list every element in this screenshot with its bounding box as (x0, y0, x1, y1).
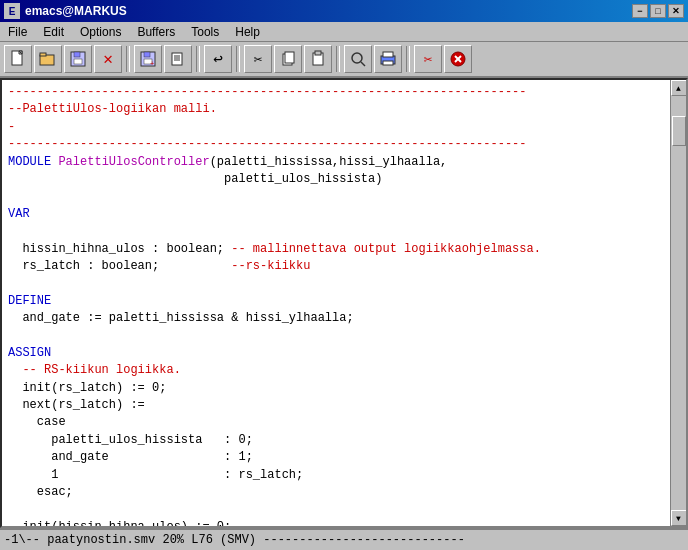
close-file-button[interactable]: ✕ (94, 45, 122, 73)
title-left: E emacs@MARKUS (4, 3, 127, 19)
code-line: 1 : rs_latch; (8, 467, 664, 484)
code-line: MODULE PalettiUlosController(paletti_his… (8, 154, 664, 171)
code-line: and_gate := paletti_hississa & hissi_ylh… (8, 310, 664, 327)
menu-bar: File Edit Options Buffers Tools Help (0, 22, 688, 42)
code-line: -- RS-kiikun logiikka. (8, 362, 664, 379)
vertical-scrollbar[interactable]: ▲ ▼ (670, 80, 686, 526)
search-button[interactable] (344, 45, 372, 73)
menu-help[interactable]: Help (227, 23, 268, 41)
stop-button[interactable] (444, 45, 472, 73)
save-button[interactable] (64, 45, 92, 73)
svg-text:+: + (150, 60, 154, 68)
svg-rect-11 (172, 53, 182, 65)
code-line: paletti_ulos_hissista : 0; (8, 432, 664, 449)
code-line: VAR (8, 206, 664, 223)
code-line (8, 501, 664, 518)
app-icon: E (4, 3, 20, 19)
code-line: init(hissin_hihna_ulos) := 0; (8, 519, 664, 526)
code-line (8, 275, 664, 292)
menu-file[interactable]: File (0, 23, 35, 41)
code-line (8, 188, 664, 205)
minimize-button[interactable]: − (632, 4, 648, 18)
toolbar-separator-5 (406, 46, 410, 72)
print-button[interactable] (374, 45, 402, 73)
code-line: ASSIGN (8, 345, 664, 362)
scroll-down-button[interactable]: ▼ (671, 510, 687, 526)
code-line (8, 327, 664, 344)
code-line: and_gate : 1; (8, 449, 664, 466)
print-preview-button[interactable] (164, 45, 192, 73)
code-line: init(rs_latch) := 0; (8, 380, 664, 397)
paste-button[interactable] (304, 45, 332, 73)
code-line: - (8, 119, 664, 136)
code-line: ----------------------------------------… (8, 84, 664, 101)
svg-rect-18 (315, 51, 321, 55)
code-line: case (8, 414, 664, 431)
code-line: hissin_hihna_ulos : boolean; -- mallinne… (8, 241, 664, 258)
toolbar-separator-3 (236, 46, 240, 72)
editor-container: ----------------------------------------… (0, 78, 688, 528)
window-controls: − □ ✕ (632, 4, 684, 18)
scroll-track[interactable] (671, 96, 687, 510)
toolbar-separator-2 (196, 46, 200, 72)
code-line: paletti_ulos_hissista) (8, 171, 664, 188)
menu-tools[interactable]: Tools (183, 23, 227, 41)
title-bar: E emacs@MARKUS − □ ✕ (0, 0, 688, 22)
svg-rect-3 (40, 53, 46, 56)
maximize-button[interactable]: □ (650, 4, 666, 18)
scroll-up-button[interactable]: ▲ (671, 80, 687, 96)
window-title: emacs@MARKUS (25, 4, 127, 18)
menu-edit[interactable]: Edit (35, 23, 72, 41)
open-file-button[interactable] (34, 45, 62, 73)
status-text: -1\-- paatynostin.smv 20% L76 (SMV) ----… (4, 533, 465, 547)
code-line: ----------------------------------------… (8, 136, 664, 153)
copy-button[interactable] (274, 45, 302, 73)
save-as-button[interactable]: + (134, 45, 162, 73)
status-bar: -1\-- paatynostin.smv 20% L76 (SMV) ----… (0, 528, 688, 550)
svg-rect-5 (74, 52, 80, 57)
new-file-button[interactable] (4, 45, 32, 73)
svg-line-20 (361, 62, 365, 66)
svg-rect-22 (383, 52, 393, 57)
cut2-button[interactable]: ✂ (414, 45, 442, 73)
svg-point-19 (352, 53, 362, 63)
cut-button[interactable]: ✂ (244, 45, 272, 73)
menu-buffers[interactable]: Buffers (129, 23, 183, 41)
code-line (8, 223, 664, 240)
undo-button[interactable]: ↩ (204, 45, 232, 73)
close-button[interactable]: ✕ (668, 4, 684, 18)
code-line: rs_latch : boolean; --rs-kiikku (8, 258, 664, 275)
code-line: DEFINE (8, 293, 664, 310)
code-line: esac; (8, 484, 664, 501)
scroll-thumb[interactable] (672, 116, 686, 146)
toolbar: ✕ + ↩ ✂ ✂ (0, 42, 688, 78)
menu-options[interactable]: Options (72, 23, 129, 41)
toolbar-separator-1 (126, 46, 130, 72)
code-line: --PalettiUlos-logiikan malli. (8, 101, 664, 118)
svg-rect-23 (383, 61, 393, 65)
svg-rect-16 (285, 52, 294, 63)
code-editor[interactable]: ----------------------------------------… (2, 80, 670, 526)
toolbar-separator-4 (336, 46, 340, 72)
svg-rect-8 (144, 52, 150, 57)
code-line: next(rs_latch) := (8, 397, 664, 414)
svg-rect-6 (74, 59, 82, 64)
